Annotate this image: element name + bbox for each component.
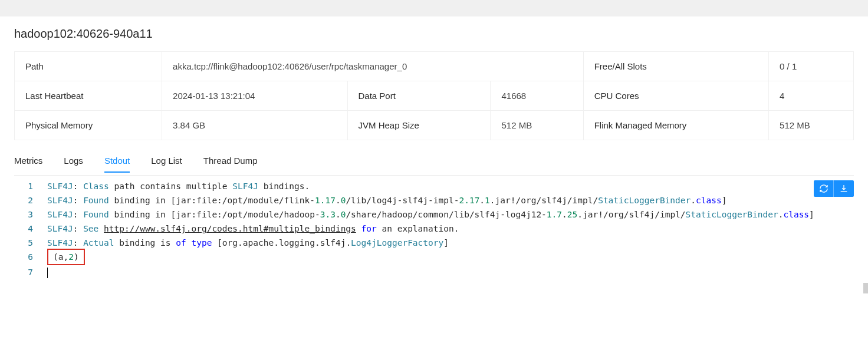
stdout-panel: 1 SLF4J: Class path contains multiple SL… bbox=[14, 175, 854, 279]
label-physmem: Physical Memory bbox=[15, 111, 162, 140]
stdout-content[interactable]: 1 SLF4J: Class path contains multiple SL… bbox=[14, 179, 854, 279]
info-table: Path akka.tcp://flink@hadoop102:40626/us… bbox=[14, 51, 854, 140]
table-row: Path akka.tcp://flink@hadoop102:40626/us… bbox=[15, 52, 853, 81]
label-dataport: Data Port bbox=[348, 81, 491, 111]
value-managed: 512 MB bbox=[769, 111, 853, 140]
line-number: 7 bbox=[14, 265, 47, 279]
line-number: 6 bbox=[14, 250, 47, 264]
label-path: Path bbox=[15, 52, 162, 81]
line-content: SLF4J: Actual binding is of type [org.ap… bbox=[47, 236, 854, 250]
table-row: Physical Memory 3.84 GB JVM Heap Size 51… bbox=[15, 111, 853, 140]
code-line: 3 SLF4J: Found binding in [jar:file:/opt… bbox=[14, 207, 854, 222]
highlight-annotation: (a,2) bbox=[47, 249, 85, 265]
line-content: (a,2) bbox=[47, 250, 854, 265]
code-line: 5 SLF4J: Actual binding is of type [org.… bbox=[14, 236, 854, 250]
code-line: 1 SLF4J: Class path contains multiple SL… bbox=[14, 179, 854, 193]
line-number: 2 bbox=[14, 193, 47, 207]
line-content: SLF4J: Class path contains multiple SLF4… bbox=[47, 179, 854, 193]
page-title: hadoop102:40626-940a11 bbox=[14, 16, 854, 51]
tab-logs[interactable]: Logs bbox=[64, 151, 83, 173]
refresh-button[interactable] bbox=[814, 180, 834, 197]
line-content: SLF4J: Found binding in [jar:file:/opt/m… bbox=[47, 193, 854, 207]
value-heartbeat: 2024-01-13 13:21:04 bbox=[162, 81, 347, 111]
top-bar bbox=[0, 0, 868, 16]
value-path: akka.tcp://flink@hadoop102:40626/user/rp… bbox=[162, 52, 584, 81]
line-number: 1 bbox=[14, 179, 47, 193]
tab-stdout[interactable]: Stdout bbox=[104, 151, 130, 173]
code-line: 4 SLF4J: See http://www.slf4j.org/codes.… bbox=[14, 222, 854, 236]
action-buttons bbox=[814, 180, 854, 197]
value-cpu: 4 bbox=[769, 81, 853, 111]
label-heartbeat: Last Heartbeat bbox=[15, 81, 162, 111]
line-content: SLF4J: Found binding in [jar:file:/opt/m… bbox=[47, 207, 854, 222]
tab-threaddump[interactable]: Thread Dump bbox=[203, 151, 258, 173]
label-slots: Free/All Slots bbox=[584, 52, 769, 81]
line-number: 3 bbox=[14, 207, 47, 222]
line-number: 4 bbox=[14, 222, 47, 236]
tabs: Metrics Logs Stdout Log List Thread Dump bbox=[14, 140, 854, 173]
tab-metrics[interactable]: Metrics bbox=[14, 151, 42, 173]
line-content bbox=[47, 265, 854, 279]
line-number: 5 bbox=[14, 236, 47, 250]
tab-loglist[interactable]: Log List bbox=[151, 151, 182, 173]
refresh-icon bbox=[819, 184, 828, 193]
text-cursor bbox=[47, 268, 48, 278]
download-button[interactable] bbox=[834, 180, 854, 197]
value-slots: 0 / 1 bbox=[769, 52, 853, 81]
label-managed: Flink Managed Memory bbox=[584, 111, 769, 140]
value-heap: 512 MB bbox=[491, 111, 583, 140]
download-icon bbox=[839, 184, 849, 193]
code-line: 6 (a,2) bbox=[14, 250, 854, 265]
code-line: 2 SLF4J: Found binding in [jar:file:/opt… bbox=[14, 193, 854, 207]
line-content: SLF4J: See http://www.slf4j.org/codes.ht… bbox=[47, 222, 854, 236]
label-cpu: CPU Cores bbox=[584, 81, 769, 111]
code-line: 7 bbox=[14, 265, 854, 279]
value-dataport: 41668 bbox=[491, 81, 583, 111]
table-row: Last Heartbeat 2024-01-13 13:21:04 Data … bbox=[15, 81, 853, 111]
value-physmem: 3.84 GB bbox=[162, 111, 347, 140]
label-heap: JVM Heap Size bbox=[348, 111, 491, 140]
